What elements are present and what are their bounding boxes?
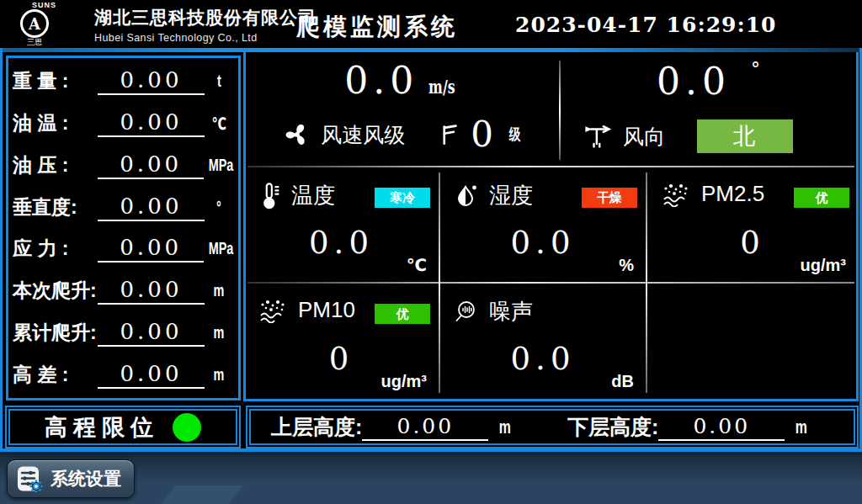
elevation-limit-status-light xyxy=(173,413,201,442)
company-name-en: Hubei Sansi Technology Co., Ltd xyxy=(94,32,317,44)
logo-bottom-text: 三思 xyxy=(20,38,93,46)
footer-accent-shape xyxy=(161,485,242,504)
measurement-row-stress: 应 力 : 0.00 MPa xyxy=(13,228,234,270)
elevation-limit-label: 高程限位 xyxy=(45,412,159,443)
wind-speed-value: 0.0 xyxy=(344,59,418,102)
datetime-display: 2023-04-17 16:29:10 xyxy=(515,13,776,37)
sensor-cell-empty xyxy=(649,285,856,398)
upper-height-label: 上层高度: xyxy=(271,413,362,441)
wind-level-value: 0 xyxy=(471,116,493,153)
weight-value: 0.00 xyxy=(98,67,204,95)
humidity-label: 湿度 xyxy=(489,181,533,210)
pm10-label: PM10 xyxy=(298,297,355,323)
system-settings-label: 系统设置 xyxy=(51,467,121,491)
height-diff-value: 0.00 xyxy=(98,361,204,389)
wind-direction-value: 0.0 xyxy=(657,60,731,103)
temperature-status-badge: 寒冷 xyxy=(375,188,430,208)
grid-divider-horizontal-2 xyxy=(247,282,854,284)
particles-icon xyxy=(258,298,290,323)
layer-heights-box: 上层高度: 0.00 m 下层高度: 0.00 m xyxy=(246,406,859,448)
oil-pressure-value: 0.00 xyxy=(98,151,204,179)
frame-border-left xyxy=(0,48,3,452)
wind-level-unit: 级 xyxy=(509,124,521,146)
thermometer-icon xyxy=(258,182,283,210)
measurement-row-weight: 重 量 : 0.00 t xyxy=(13,61,234,103)
lower-height-value: 0.00 xyxy=(658,414,785,441)
lower-height-label: 下层高度: xyxy=(567,413,658,441)
noise-label: 噪声 xyxy=(489,297,533,326)
measurement-panel: 重 量 : 0.00 t 油 温 : 0.00 ℃ 油 压 : 0.00 MPa… xyxy=(6,56,241,401)
measurement-row-current-climb: 本次爬升: 0.00 m xyxy=(13,270,234,312)
header: SUNS A 三思 湖北三思科技股份有限公司 Hubei Sansi Techn… xyxy=(0,0,862,48)
sensor-cell-pm10: PM10 优 0 ug/m³ xyxy=(246,285,437,398)
logo-circle-icon: A xyxy=(20,9,49,38)
page-title: 爬模监测系统 xyxy=(296,11,458,43)
settings-sliders-gear-icon xyxy=(16,465,43,492)
total-climb-value: 0.00 xyxy=(98,319,204,347)
measurement-row-height-diff: 高 差 : 0.00 m xyxy=(13,353,234,395)
wind-direction-unit: ° xyxy=(751,59,760,80)
company-name: 湖北三思科技股份有限公司 Hubei Sansi Technology Co.,… xyxy=(94,6,317,44)
particles-icon xyxy=(661,182,693,207)
footer-bar: 系统设置 xyxy=(0,452,862,504)
temperature-unit: ℃ xyxy=(407,255,427,275)
system-settings-button[interactable]: 系统设置 xyxy=(7,459,135,498)
temperature-label: 温度 xyxy=(291,181,335,210)
upper-height-group: 上层高度: 0.00 m xyxy=(271,413,513,441)
wind-direction-badge: 北 xyxy=(697,119,793,153)
stress-value: 0.00 xyxy=(98,235,204,263)
wind-speed-label: 风速风级 xyxy=(321,121,405,149)
grid-divider-vertical-1 xyxy=(439,172,440,393)
measurement-row-oil-pressure: 油 压 : 0.00 MPa xyxy=(13,145,234,187)
wind-direction-block: 0.0° 风向 北 xyxy=(561,52,856,166)
noise-magnifier-icon xyxy=(454,299,481,326)
sensor-cell-pm25: PM2.5 优 0 ug/m³ xyxy=(649,169,856,282)
current-climb-value: 0.00 xyxy=(98,277,204,305)
wind-level-flag-icon xyxy=(437,122,462,147)
wind-direction-label: 风向 xyxy=(623,123,665,151)
pm10-unit: ug/m³ xyxy=(381,372,427,391)
pm10-status-badge: 优 xyxy=(375,304,430,324)
measurement-row-oil-temp: 油 温 : 0.00 ℃ xyxy=(13,103,234,145)
lower-height-unit: m xyxy=(795,416,807,438)
noise-unit: dB xyxy=(611,372,634,391)
logo-top-text: SUNS xyxy=(20,1,93,9)
measurement-row-total-climb: 累计爬升: 0.00 m xyxy=(13,312,234,354)
sensor-cell-noise: 噪声 0.0 dB xyxy=(442,285,644,398)
wind-vane-icon xyxy=(583,121,613,151)
oil-temp-value: 0.00 xyxy=(98,109,204,137)
upper-height-value: 0.00 xyxy=(362,414,488,441)
humidity-status-badge: 干燥 xyxy=(582,188,637,208)
upper-height-unit: m xyxy=(499,416,511,438)
wind-speed-unit: m/s xyxy=(428,76,455,98)
elevation-limit-box: 高程限位 xyxy=(5,406,241,448)
wind-speed-block: 0.0m/s 风速风级 0 级 xyxy=(246,52,559,166)
lower-height-group: 下层高度: 0.00 m xyxy=(567,413,810,441)
pm25-label: PM2.5 xyxy=(701,181,764,207)
environment-panel: 0.0m/s 风速风级 0 级 0.0° xyxy=(243,52,859,401)
droplet-icon xyxy=(454,183,481,210)
pm25-unit: ug/m³ xyxy=(801,256,846,275)
pm25-status-badge: 优 xyxy=(794,188,849,208)
sensor-cell-humidity: 湿度 干燥 0.0 % xyxy=(442,169,644,282)
measurement-row-verticality: 垂直度: 0.00 ° xyxy=(13,186,234,228)
humidity-value: 0.0 xyxy=(442,225,644,261)
grid-divider-vertical-2 xyxy=(646,172,647,393)
sensor-cell-temperature: 温度 寒冷 0.0 ℃ xyxy=(246,169,437,282)
grid-divider-horizontal-1 xyxy=(247,166,854,167)
verticality-value: 0.00 xyxy=(98,194,204,221)
company-name-cn: 湖北三思科技股份有限公司 xyxy=(94,6,317,29)
humidity-unit: % xyxy=(619,256,634,275)
fan-icon xyxy=(282,119,312,150)
company-logo: SUNS A 三思 xyxy=(20,1,93,47)
